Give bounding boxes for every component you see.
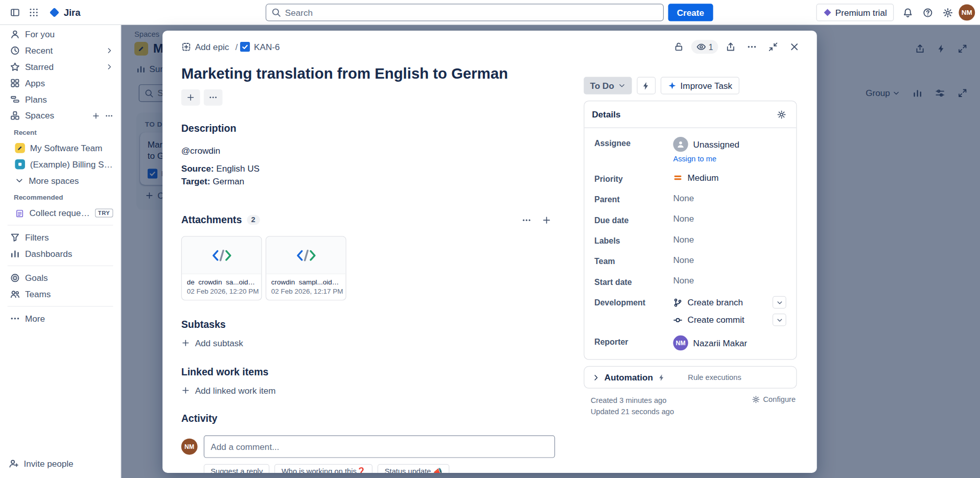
person-icon [10, 29, 20, 39]
close-modal-button[interactable] [786, 38, 803, 56]
improve-task-button[interactable]: Improve Task [660, 77, 739, 94]
sidebar-item-filters[interactable]: Filters [3, 229, 118, 246]
jira-logo[interactable]: Jira [44, 7, 86, 18]
sidebar-item-for-you[interactable]: For you [3, 26, 118, 42]
share-icon [726, 42, 736, 52]
comment-field[interactable] [204, 436, 555, 458]
create-button[interactable]: Create [668, 4, 713, 21]
start-date-value[interactable]: None [673, 275, 786, 285]
global-search[interactable] [266, 4, 664, 21]
left-sidebar: For you Recent Starred Apps Plans Spaces… [0, 25, 121, 478]
add-epic-button[interactable]: Add epic [177, 39, 232, 54]
reporter-value[interactable]: NM Nazarii Makar [673, 336, 786, 350]
description-body[interactable]: @crowdin Source: English US Target: Germ… [181, 145, 555, 187]
attachment-date: 02 Feb 2026, 12:20 PM [187, 288, 256, 295]
add-subtask-button[interactable]: Add subtask [181, 338, 243, 348]
attachment-card[interactable]: crowdin_sampl...oid.xml 02 Feb 2026, 12:… [266, 236, 346, 300]
project-avatar [15, 159, 25, 170]
issue-meta: Created 3 minutes ago Updated 21 seconds… [584, 395, 797, 417]
labels-value[interactable]: None [673, 234, 786, 245]
quick-reply-suggest[interactable]: Suggest a reply [204, 464, 270, 473]
quick-add-button[interactable] [181, 89, 200, 106]
add-linked-work-item-button[interactable]: Add linked work item [181, 386, 276, 396]
attachment-date: 02 Feb 2026, 12:17 PM [271, 288, 341, 295]
configure-link[interactable]: Configure [752, 395, 796, 403]
due-date-value[interactable]: None [673, 213, 786, 224]
details-settings-button[interactable] [774, 107, 788, 122]
assign-to-me-link[interactable]: Assign to me [673, 154, 739, 163]
recommended-section-heading: Recommended [0, 188, 121, 205]
sidebar-project-my-software-team[interactable]: My Software Team [3, 140, 118, 156]
app-name: Jira [64, 7, 81, 17]
priority-value[interactable]: Medium [673, 173, 786, 183]
divider [8, 225, 113, 225]
sidebar-item-teams[interactable]: Teams [3, 286, 118, 302]
restrict-access-button[interactable] [670, 38, 687, 56]
question-icon [922, 7, 933, 18]
project-avatar [15, 143, 25, 153]
spaces-more-button[interactable] [105, 111, 113, 119]
create-commit-dropdown[interactable] [773, 314, 786, 326]
sidebar-item-more-spaces[interactable]: More spaces [3, 173, 118, 189]
sidebar-item-more[interactable]: More [3, 310, 118, 327]
invite-people-button[interactable]: Invite people [0, 455, 121, 472]
create-branch-button[interactable]: Create branch [673, 297, 743, 307]
team-value[interactable]: None [673, 255, 786, 265]
dashboard-icon [10, 249, 20, 259]
issue-key-link[interactable]: KAN-6 [240, 42, 279, 52]
goal-icon [10, 273, 20, 283]
help-button[interactable] [919, 4, 936, 21]
app-switcher-button[interactable] [25, 4, 42, 21]
gear-icon [777, 110, 786, 119]
sidebar-item-goals[interactable]: Goals [3, 270, 118, 286]
attachments-more-button[interactable] [518, 211, 535, 228]
gear-icon [942, 7, 953, 18]
create-commit-button[interactable]: Create commit [673, 315, 744, 325]
add-attachment-button[interactable] [538, 211, 555, 228]
more-icon [522, 215, 531, 224]
rule-executions-link[interactable]: Rule executions [688, 373, 741, 381]
actions-lightning-button[interactable] [637, 77, 656, 94]
global-search-input[interactable] [285, 8, 658, 18]
sidebar-item-collect-requests[interactable]: Collect requests TRY [3, 205, 118, 221]
sidebar-item-recent[interactable]: Recent [3, 42, 118, 59]
attachment-filename: crowdin_sampl...oid.xml [271, 278, 341, 285]
parent-value[interactable]: None [673, 193, 786, 203]
sidebar-item-starred[interactable]: Starred [3, 59, 118, 75]
sidebar-item-dashboards[interactable]: Dashboards [3, 246, 118, 262]
top-navigation-bar: Jira Create Premium trial NM [0, 0, 980, 25]
collapse-modal-button[interactable] [764, 38, 782, 56]
lightning-icon [658, 373, 666, 381]
attachments-section-header: Attachments 2 [181, 211, 555, 228]
sidebar-toggle-button[interactable] [6, 4, 24, 21]
quick-reply-who-is-working[interactable]: Who is working on this❓ [274, 464, 372, 473]
quick-more-button[interactable] [204, 89, 223, 106]
sidebar-item-spaces[interactable]: Spaces [3, 107, 118, 124]
plus-icon [186, 93, 195, 102]
sidebar-item-apps[interactable]: Apps [3, 75, 118, 91]
sidebar-item-plans[interactable]: Plans [3, 91, 118, 108]
status-dropdown[interactable]: To Do [584, 77, 632, 94]
add-space-button[interactable] [92, 111, 100, 119]
add-epic-icon [181, 42, 192, 52]
watch-button[interactable]: 1 [691, 40, 718, 54]
settings-button[interactable] [939, 4, 956, 21]
target-value: German [213, 176, 244, 186]
xml-file-icon [295, 248, 317, 262]
automation-header[interactable]: Automation Rule executions [585, 367, 797, 388]
notifications-button[interactable] [899, 4, 916, 21]
create-branch-dropdown[interactable] [773, 296, 786, 308]
updated-timestamp: Updated 21 seconds ago [591, 406, 797, 417]
share-button[interactable] [722, 38, 739, 56]
attachment-card[interactable]: de_crowdin_sa...oid.xml 02 Feb 2026, 12:… [181, 236, 262, 300]
sidebar-project-billing-systems[interactable]: (Example) Billing Systems [3, 156, 118, 173]
comment-input[interactable] [211, 442, 548, 452]
chevron-down-icon [15, 176, 24, 185]
assignee-value[interactable]: Unassigned [673, 137, 739, 152]
chevron-down-icon [776, 317, 783, 323]
user-avatar[interactable]: NM [959, 5, 975, 21]
premium-trial-button[interactable]: Premium trial [816, 4, 894, 21]
quick-reply-status-update[interactable]: Status update 📣 [378, 464, 449, 473]
issue-title[interactable]: Marketing translation from English to Ge… [181, 64, 555, 83]
more-actions-button[interactable] [743, 38, 760, 56]
